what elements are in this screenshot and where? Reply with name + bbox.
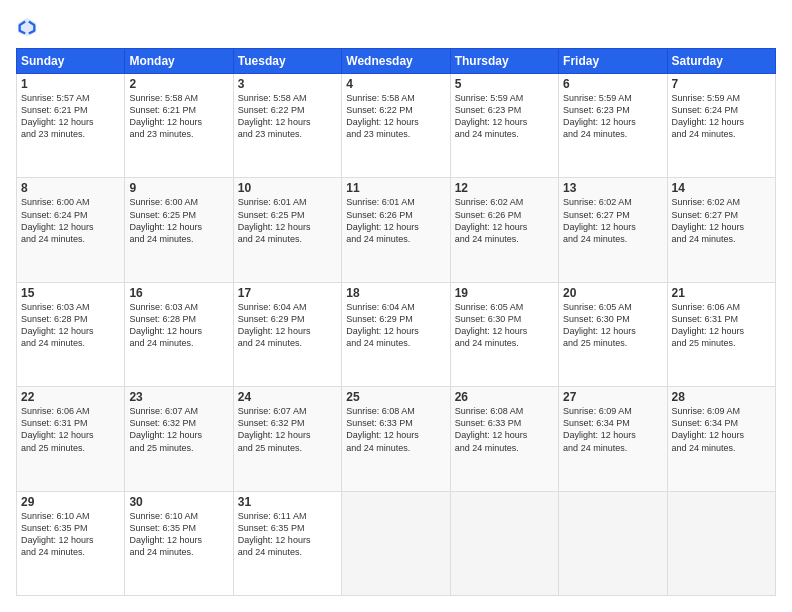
calendar-cell: 27Sunrise: 6:09 AMSunset: 6:34 PMDayligh… (559, 387, 667, 491)
day-number: 23 (129, 390, 228, 404)
calendar-week-row: 1Sunrise: 5:57 AMSunset: 6:21 PMDaylight… (17, 74, 776, 178)
day-number: 12 (455, 181, 554, 195)
logo (16, 16, 42, 38)
day-number: 6 (563, 77, 662, 91)
cell-details: Sunrise: 5:58 AMSunset: 6:22 PMDaylight:… (346, 92, 445, 141)
cell-details: Sunrise: 6:03 AMSunset: 6:28 PMDaylight:… (21, 301, 120, 350)
cell-details: Sunrise: 6:08 AMSunset: 6:33 PMDaylight:… (346, 405, 445, 454)
cell-details: Sunrise: 6:08 AMSunset: 6:33 PMDaylight:… (455, 405, 554, 454)
calendar-cell: 25Sunrise: 6:08 AMSunset: 6:33 PMDayligh… (342, 387, 450, 491)
day-number: 18 (346, 286, 445, 300)
calendar-cell: 3Sunrise: 5:58 AMSunset: 6:22 PMDaylight… (233, 74, 341, 178)
day-number: 31 (238, 495, 337, 509)
calendar-cell: 4Sunrise: 5:58 AMSunset: 6:22 PMDaylight… (342, 74, 450, 178)
weekday-header-wednesday: Wednesday (342, 49, 450, 74)
calendar-cell: 10Sunrise: 6:01 AMSunset: 6:25 PMDayligh… (233, 178, 341, 282)
calendar-cell: 26Sunrise: 6:08 AMSunset: 6:33 PMDayligh… (450, 387, 558, 491)
cell-details: Sunrise: 6:11 AMSunset: 6:35 PMDaylight:… (238, 510, 337, 559)
calendar-cell: 12Sunrise: 6:02 AMSunset: 6:26 PMDayligh… (450, 178, 558, 282)
calendar-cell: 31Sunrise: 6:11 AMSunset: 6:35 PMDayligh… (233, 491, 341, 595)
calendar-cell: 15Sunrise: 6:03 AMSunset: 6:28 PMDayligh… (17, 282, 125, 386)
cell-details: Sunrise: 6:02 AMSunset: 6:27 PMDaylight:… (672, 196, 771, 245)
day-number: 10 (238, 181, 337, 195)
cell-details: Sunrise: 6:02 AMSunset: 6:27 PMDaylight:… (563, 196, 662, 245)
calendar-cell: 14Sunrise: 6:02 AMSunset: 6:27 PMDayligh… (667, 178, 775, 282)
day-number: 9 (129, 181, 228, 195)
weekday-header-tuesday: Tuesday (233, 49, 341, 74)
day-number: 22 (21, 390, 120, 404)
day-number: 8 (21, 181, 120, 195)
day-number: 5 (455, 77, 554, 91)
cell-details: Sunrise: 6:02 AMSunset: 6:26 PMDaylight:… (455, 196, 554, 245)
calendar-week-row: 15Sunrise: 6:03 AMSunset: 6:28 PMDayligh… (17, 282, 776, 386)
day-number: 29 (21, 495, 120, 509)
calendar-cell: 19Sunrise: 6:05 AMSunset: 6:30 PMDayligh… (450, 282, 558, 386)
day-number: 17 (238, 286, 337, 300)
calendar-cell: 22Sunrise: 6:06 AMSunset: 6:31 PMDayligh… (17, 387, 125, 491)
calendar-cell: 24Sunrise: 6:07 AMSunset: 6:32 PMDayligh… (233, 387, 341, 491)
cell-details: Sunrise: 6:07 AMSunset: 6:32 PMDaylight:… (238, 405, 337, 454)
calendar-week-row: 29Sunrise: 6:10 AMSunset: 6:35 PMDayligh… (17, 491, 776, 595)
day-number: 27 (563, 390, 662, 404)
day-number: 20 (563, 286, 662, 300)
calendar-cell: 28Sunrise: 6:09 AMSunset: 6:34 PMDayligh… (667, 387, 775, 491)
day-number: 14 (672, 181, 771, 195)
logo-icon (16, 16, 38, 38)
cell-details: Sunrise: 6:00 AMSunset: 6:25 PMDaylight:… (129, 196, 228, 245)
calendar-cell: 29Sunrise: 6:10 AMSunset: 6:35 PMDayligh… (17, 491, 125, 595)
cell-details: Sunrise: 6:01 AMSunset: 6:26 PMDaylight:… (346, 196, 445, 245)
cell-details: Sunrise: 5:59 AMSunset: 6:24 PMDaylight:… (672, 92, 771, 141)
cell-details: Sunrise: 6:09 AMSunset: 6:34 PMDaylight:… (672, 405, 771, 454)
calendar-cell: 16Sunrise: 6:03 AMSunset: 6:28 PMDayligh… (125, 282, 233, 386)
calendar-cell (559, 491, 667, 595)
cell-details: Sunrise: 5:59 AMSunset: 6:23 PMDaylight:… (455, 92, 554, 141)
calendar-cell: 13Sunrise: 6:02 AMSunset: 6:27 PMDayligh… (559, 178, 667, 282)
day-number: 24 (238, 390, 337, 404)
cell-details: Sunrise: 6:06 AMSunset: 6:31 PMDaylight:… (672, 301, 771, 350)
day-number: 15 (21, 286, 120, 300)
weekday-header-friday: Friday (559, 49, 667, 74)
calendar-week-row: 22Sunrise: 6:06 AMSunset: 6:31 PMDayligh… (17, 387, 776, 491)
calendar-cell: 7Sunrise: 5:59 AMSunset: 6:24 PMDaylight… (667, 74, 775, 178)
cell-details: Sunrise: 6:01 AMSunset: 6:25 PMDaylight:… (238, 196, 337, 245)
day-number: 28 (672, 390, 771, 404)
calendar-cell: 8Sunrise: 6:00 AMSunset: 6:24 PMDaylight… (17, 178, 125, 282)
cell-details: Sunrise: 5:58 AMSunset: 6:22 PMDaylight:… (238, 92, 337, 141)
weekday-header-row: SundayMondayTuesdayWednesdayThursdayFrid… (17, 49, 776, 74)
calendar-cell: 6Sunrise: 5:59 AMSunset: 6:23 PMDaylight… (559, 74, 667, 178)
day-number: 30 (129, 495, 228, 509)
day-number: 7 (672, 77, 771, 91)
cell-details: Sunrise: 6:00 AMSunset: 6:24 PMDaylight:… (21, 196, 120, 245)
calendar-cell: 5Sunrise: 5:59 AMSunset: 6:23 PMDaylight… (450, 74, 558, 178)
day-number: 25 (346, 390, 445, 404)
calendar-cell: 18Sunrise: 6:04 AMSunset: 6:29 PMDayligh… (342, 282, 450, 386)
weekday-header-saturday: Saturday (667, 49, 775, 74)
calendar-cell: 23Sunrise: 6:07 AMSunset: 6:32 PMDayligh… (125, 387, 233, 491)
calendar-cell: 17Sunrise: 6:04 AMSunset: 6:29 PMDayligh… (233, 282, 341, 386)
calendar-cell (342, 491, 450, 595)
day-number: 13 (563, 181, 662, 195)
cell-details: Sunrise: 6:06 AMSunset: 6:31 PMDaylight:… (21, 405, 120, 454)
cell-details: Sunrise: 6:05 AMSunset: 6:30 PMDaylight:… (455, 301, 554, 350)
cell-details: Sunrise: 5:57 AMSunset: 6:21 PMDaylight:… (21, 92, 120, 141)
cell-details: Sunrise: 6:09 AMSunset: 6:34 PMDaylight:… (563, 405, 662, 454)
day-number: 1 (21, 77, 120, 91)
day-number: 2 (129, 77, 228, 91)
cell-details: Sunrise: 5:58 AMSunset: 6:21 PMDaylight:… (129, 92, 228, 141)
calendar-cell: 1Sunrise: 5:57 AMSunset: 6:21 PMDaylight… (17, 74, 125, 178)
cell-details: Sunrise: 6:10 AMSunset: 6:35 PMDaylight:… (21, 510, 120, 559)
cell-details: Sunrise: 6:10 AMSunset: 6:35 PMDaylight:… (129, 510, 228, 559)
calendar-cell (667, 491, 775, 595)
cell-details: Sunrise: 6:04 AMSunset: 6:29 PMDaylight:… (346, 301, 445, 350)
weekday-header-monday: Monday (125, 49, 233, 74)
weekday-header-sunday: Sunday (17, 49, 125, 74)
day-number: 4 (346, 77, 445, 91)
calendar-cell (450, 491, 558, 595)
calendar-cell: 30Sunrise: 6:10 AMSunset: 6:35 PMDayligh… (125, 491, 233, 595)
cell-details: Sunrise: 5:59 AMSunset: 6:23 PMDaylight:… (563, 92, 662, 141)
calendar-cell: 11Sunrise: 6:01 AMSunset: 6:26 PMDayligh… (342, 178, 450, 282)
day-number: 11 (346, 181, 445, 195)
calendar-cell: 2Sunrise: 5:58 AMSunset: 6:21 PMDaylight… (125, 74, 233, 178)
calendar-cell: 9Sunrise: 6:00 AMSunset: 6:25 PMDaylight… (125, 178, 233, 282)
calendar-cell: 20Sunrise: 6:05 AMSunset: 6:30 PMDayligh… (559, 282, 667, 386)
